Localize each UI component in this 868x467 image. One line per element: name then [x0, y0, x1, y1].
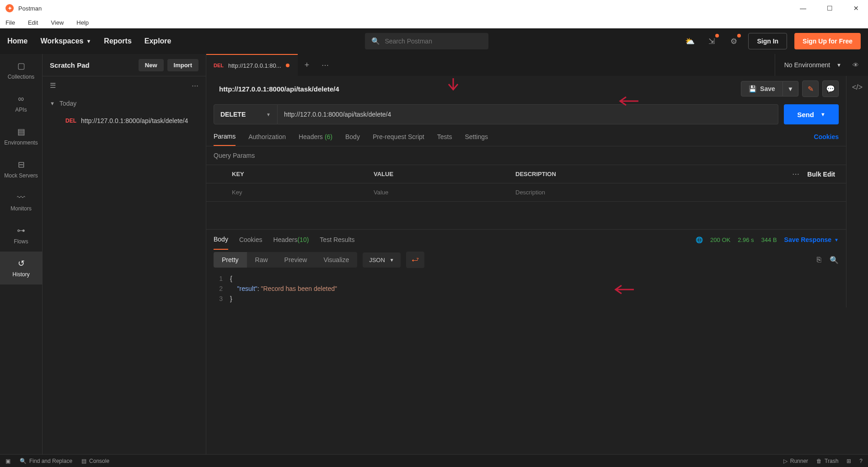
tab-authorization[interactable]: Authorization [248, 127, 286, 146]
menu-help[interactable]: Help [75, 18, 91, 27]
menu-file[interactable]: File [4, 18, 17, 27]
nav-reports[interactable]: Reports [104, 37, 131, 45]
tab-headers[interactable]: Headers (6) [299, 127, 332, 146]
history-group-today[interactable]: ▼ Today [43, 94, 206, 113]
right-rail: </> [846, 76, 868, 307]
environment-selector[interactable]: No Environment ▼ 👁 [775, 54, 868, 76]
sidebar-item-flows[interactable]: ⊶Flows [0, 219, 42, 252]
invite-icon[interactable]: ⇲ [704, 34, 719, 48]
comment-icon[interactable]: 💬 [822, 81, 839, 97]
cloud-sync-icon[interactable]: ⛅ [682, 34, 697, 48]
params-input-row [206, 183, 846, 202]
response-body[interactable]: 1{ 2 "result": "Record has been deleted"… [206, 270, 846, 307]
view-visualize[interactable]: Visualize [315, 252, 357, 268]
method-selector[interactable]: DELETE ▼ [214, 104, 278, 124]
tab-label: http://127.0.0.1:80... [228, 62, 281, 69]
new-tab-button[interactable]: + [298, 54, 316, 76]
tab-params[interactable]: Params [214, 127, 236, 146]
more-icon[interactable]: ⋯ [192, 81, 198, 90]
minimize-button[interactable]: — [797, 2, 809, 15]
notification-dot [737, 34, 741, 38]
bulk-edit-button[interactable]: Bulk Edit [807, 171, 835, 178]
more-icon[interactable]: ⋯ [784, 170, 807, 178]
response-size: 344 B [761, 236, 777, 243]
sidebar-item-history[interactable]: ↺History [0, 252, 42, 284]
params-table: KEY VALUE DESCRIPTION ⋯ Bulk Edit [206, 165, 846, 202]
tab-settings[interactable]: Settings [465, 127, 488, 146]
save-button[interactable]: 💾Save [741, 81, 783, 97]
unsaved-dot [286, 64, 289, 67]
main-area: DEL http://127.0.0.1:80... + ⋯ No Enviro… [206, 54, 868, 454]
param-desc-input[interactable] [515, 189, 839, 196]
nav-explore[interactable]: Explore [145, 37, 171, 45]
params-header-row: KEY VALUE DESCRIPTION ⋯ Bulk Edit [206, 165, 846, 183]
history-item-url: http://127.0.0.1:8000/api/task/delete/4 [81, 117, 188, 124]
globe-icon[interactable]: 🌐 [696, 236, 703, 243]
sidebar-item-monitors[interactable]: 〰Monitors [0, 186, 42, 219]
param-key-input[interactable] [232, 189, 374, 196]
url-input[interactable] [278, 104, 778, 124]
response-tab-headers[interactable]: Headers (10) [273, 230, 309, 250]
maximize-button[interactable]: ☐ [823, 2, 836, 15]
response-tab-test-results[interactable]: Test Results [320, 230, 354, 250]
api-icon: ∞ [18, 94, 24, 104]
menu-edit[interactable]: Edit [26, 18, 40, 27]
panes-icon[interactable]: ⊞ [847, 458, 851, 464]
import-button[interactable]: Import [167, 59, 198, 71]
search-input[interactable] [385, 38, 482, 45]
sidebar-item-environments[interactable]: ▤Environments [0, 120, 42, 153]
eye-icon[interactable]: 👁 [852, 61, 859, 69]
sidebar-item-collections[interactable]: ▢Collections [0, 54, 42, 87]
filter-icon[interactable]: ☰ [50, 81, 56, 90]
signin-button[interactable]: Sign In [748, 33, 787, 49]
console-button[interactable]: ▤ Console [81, 458, 109, 464]
request-tab[interactable]: DEL http://127.0.0.1:80... [206, 54, 298, 76]
save-response-button[interactable]: Save Response ▼ [784, 236, 839, 243]
notification-dot [715, 34, 719, 38]
tab-prerequest[interactable]: Pre-request Script [373, 127, 424, 146]
nav-workspaces[interactable]: Workspaces ▼ [40, 37, 91, 45]
settings-icon[interactable]: ⚙ [726, 34, 741, 48]
copy-icon[interactable]: ⎘ [817, 256, 821, 264]
environment-icon: ▤ [17, 127, 25, 137]
format-selector[interactable]: JSON ▼ [363, 252, 401, 268]
signup-button[interactable]: Sign Up for Free [794, 33, 861, 49]
sidebar-item-mock-servers[interactable]: ⊟Mock Servers [0, 153, 42, 186]
edit-icon[interactable]: ✎ [802, 81, 819, 97]
topbar: Home Workspaces ▼ Reports Explore 🔍 ⛅ ⇲ … [0, 28, 868, 54]
tab-more-icon[interactable]: ⋯ [316, 61, 334, 70]
find-replace-button[interactable]: 🔍 Find and Replace [20, 458, 72, 464]
param-value-input[interactable] [374, 189, 515, 196]
folder-icon: ▢ [17, 61, 25, 71]
new-button[interactable]: New [139, 59, 164, 71]
tab-tests[interactable]: Tests [437, 127, 452, 146]
view-raw[interactable]: Raw [247, 252, 276, 268]
response-tab-body[interactable]: Body [214, 230, 228, 250]
chevron-down-icon: ▼ [50, 101, 55, 106]
code-icon[interactable]: </> [852, 83, 863, 91]
view-preview[interactable]: Preview [276, 252, 316, 268]
search-box[interactable]: 🔍 [365, 33, 488, 49]
history-icon: ↺ [18, 258, 25, 268]
chevron-down-icon: ▼ [266, 112, 271, 117]
wrap-icon[interactable]: ⮐ [406, 252, 424, 268]
chevron-down-icon: ▼ [86, 38, 91, 44]
search-response-icon[interactable]: 🔍 [830, 256, 839, 264]
send-button[interactable]: Send ▼ [784, 104, 839, 124]
tab-body[interactable]: Body [345, 127, 360, 146]
response-tab-cookies[interactable]: Cookies [239, 230, 263, 250]
history-item[interactable]: DEL http://127.0.0.1:8000/api/task/delet… [43, 113, 206, 129]
runner-button[interactable]: ▷ Runner [783, 458, 808, 464]
nav-home[interactable]: Home [7, 37, 27, 45]
statusbar: ▣ 🔍 Find and Replace ▤ Console ▷ Runner … [0, 454, 868, 467]
cookies-link[interactable]: Cookies [814, 133, 839, 140]
view-pretty[interactable]: Pretty [214, 252, 247, 268]
help-icon[interactable]: ? [859, 458, 863, 464]
menu-view[interactable]: View [49, 18, 65, 27]
save-dropdown[interactable]: ▼ [783, 81, 798, 97]
sidebar-item-apis[interactable]: ∞APIs [0, 87, 42, 120]
close-button[interactable]: ✕ [850, 2, 863, 15]
sidebar-toggle-icon[interactable]: ▣ [5, 458, 11, 464]
menubar: File Edit View Help [0, 16, 868, 28]
trash-button[interactable]: 🗑 Trash [816, 458, 838, 464]
